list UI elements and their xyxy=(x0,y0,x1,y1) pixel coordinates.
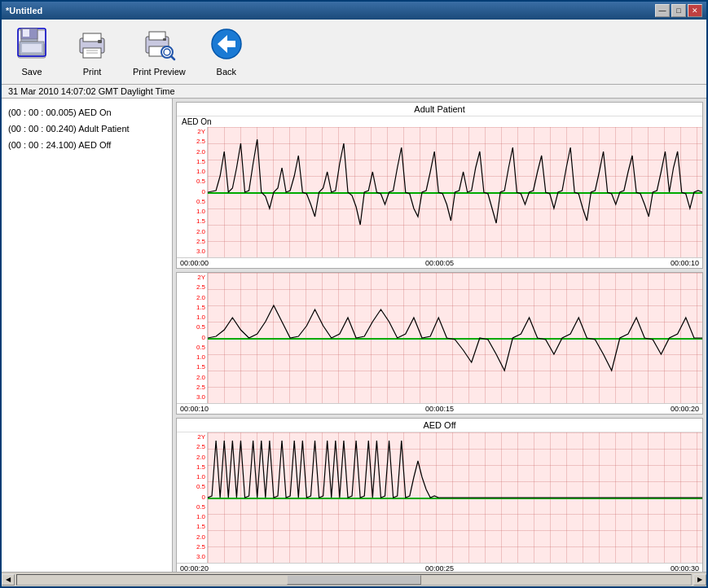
print-preview-icon xyxy=(139,24,178,64)
chart3-grid xyxy=(208,432,702,563)
chart2-y-axis: 2Y 2.5 2.0 1.5 1.0 0.5 0 0.5 1.0 1.5 2.0… xyxy=(177,273,208,403)
window-title: *Untitled xyxy=(6,6,42,15)
event-label-3: AED Off xyxy=(78,140,111,150)
event-time-3: (00 : 00 : 24.100) xyxy=(8,140,78,150)
print-button[interactable]: Print xyxy=(68,20,116,81)
chart1-x-labels: 00:00:00 00:00:05 00:00:10 xyxy=(177,257,702,268)
save-label: Save xyxy=(21,67,42,77)
chart1-y-axis: 2Y 2.5 2.0 1.5 1.0 0.5 0 0.5 1.0 1.5 2.0… xyxy=(177,127,208,257)
print-preview-label: Print Preview xyxy=(133,67,186,77)
scroll-right-button[interactable]: ▶ xyxy=(693,574,706,586)
chart3-waveform xyxy=(208,432,702,563)
svg-rect-7 xyxy=(23,29,29,37)
chart1-grid xyxy=(208,127,702,257)
window-controls: — □ ✕ xyxy=(655,4,702,17)
svg-rect-9 xyxy=(22,44,42,52)
back-label: Back xyxy=(217,67,236,77)
title-bar: *Untitled — □ ✕ xyxy=(2,2,706,20)
save-icon xyxy=(12,24,51,64)
chart3-body: 2Y 2.5 2.0 1.5 1.0 0.5 0 0.5 1.0 1.5 2.0… xyxy=(177,432,702,563)
toolbar: Save Print xyxy=(2,20,706,85)
minimize-button[interactable]: — xyxy=(655,4,670,17)
event-item-3: (00 : 00 : 24.100) AED Off xyxy=(8,138,165,154)
close-button[interactable]: ✕ xyxy=(688,4,702,17)
content-area[interactable]: Adult Patient AED On 2Y 2.5 2.0 1.5 1.0 … xyxy=(173,99,706,572)
chart-panel-2: 2Y 2.5 2.0 1.5 1.0 0.5 0 0.5 1.0 1.5 2.0… xyxy=(176,272,703,415)
chart2-body: 2Y 2.5 2.0 1.5 1.0 0.5 0 0.5 1.0 1.5 2.0… xyxy=(177,273,702,403)
chart1-header: Adult Patient xyxy=(177,103,702,116)
main-area: (00 : 00 : 00.005) AED On (00 : 00 : 00.… xyxy=(2,99,706,572)
print-preview-button[interactable]: Print Preview xyxy=(129,20,190,81)
back-button[interactable]: Back xyxy=(203,20,250,81)
event-item-1: (00 : 00 : 00.005) AED On xyxy=(8,105,165,121)
print-icon xyxy=(73,24,112,64)
chart-panel-3: AED Off 2Y 2.5 2.0 1.5 1.0 0.5 0 0.5 1.0… xyxy=(176,418,703,572)
sidebar: (00 : 00 : 00.005) AED On (00 : 00 : 00.… xyxy=(2,99,173,572)
scroll-thumb[interactable] xyxy=(287,575,421,585)
event-item-2: (00 : 00 : 00.240) Adult Patient xyxy=(8,121,165,138)
svg-rect-19 xyxy=(163,38,166,41)
chart-panel-1: Adult Patient AED On 2Y 2.5 2.0 1.5 1.0 … xyxy=(176,102,703,269)
svg-line-22 xyxy=(171,56,174,59)
timestamp: 31 Mar 2010 14:07:02 GMT Daylight Time xyxy=(8,86,175,96)
chart2-grid xyxy=(208,273,702,403)
chart1-subheader: AED On xyxy=(177,116,702,127)
scroll-left-button[interactable]: ◀ xyxy=(2,574,15,586)
chart3-y-axis: 2Y 2.5 2.0 1.5 1.0 0.5 0 0.5 1.0 1.5 2.0… xyxy=(177,432,208,563)
chart3-header: AED Off xyxy=(177,419,702,432)
save-button[interactable]: Save xyxy=(8,20,55,81)
bottom-scrollbar: ◀ ▶ xyxy=(2,572,706,586)
back-icon xyxy=(207,24,246,64)
chart3-x-labels: 00:00:20 00:00:25 00:00:30 xyxy=(177,563,702,572)
status-bar: 31 Mar 2010 14:07:02 GMT Daylight Time xyxy=(2,85,706,99)
event-label-1: AED On xyxy=(78,108,111,117)
chart1-body: 2Y 2.5 2.0 1.5 1.0 0.5 0 0.5 1.0 1.5 2.0… xyxy=(177,127,702,257)
event-time-2: (00 : 00 : 00.240) xyxy=(8,124,78,134)
maximize-button[interactable]: □ xyxy=(671,4,686,17)
svg-rect-13 xyxy=(98,40,102,43)
scroll-track[interactable] xyxy=(16,574,692,586)
print-label: Print xyxy=(83,67,102,77)
chart2-waveform xyxy=(208,273,702,403)
chart1-waveform xyxy=(208,127,702,257)
event-time-1: (00 : 00 : 00.005) xyxy=(8,108,78,117)
main-window: *Untitled — □ ✕ xyxy=(0,0,708,588)
event-label-2: Adult Patient xyxy=(78,124,129,134)
chart2-x-labels: 00:00:10 00:00:15 00:00:20 xyxy=(177,403,702,414)
svg-rect-17 xyxy=(149,32,165,40)
